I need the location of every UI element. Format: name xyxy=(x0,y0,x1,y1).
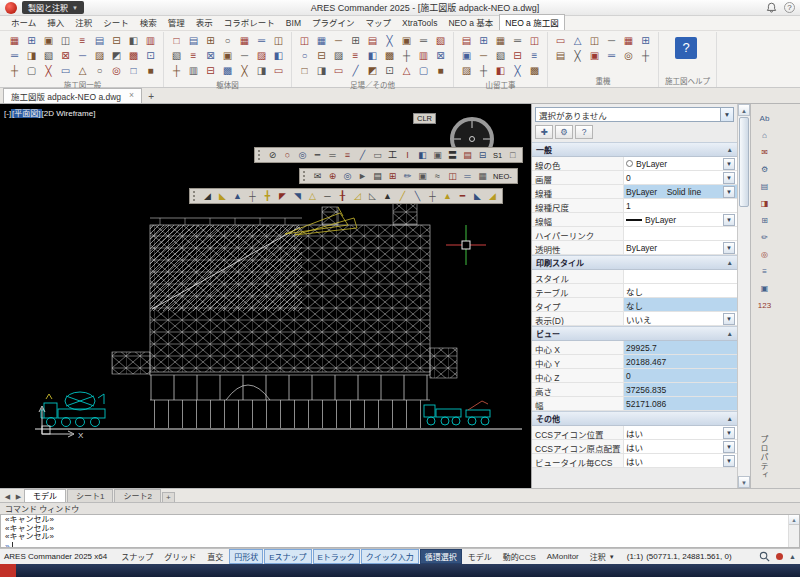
tab-annotate[interactable]: 注釈 xyxy=(70,15,97,30)
toolbar-icon[interactable]: ▭ xyxy=(370,148,385,162)
ribbon-icon[interactable]: ╳ xyxy=(40,63,57,78)
document-tab[interactable]: 施工図版 adpack-NEO a.dwg × xyxy=(3,88,142,103)
ribbon-icon[interactable]: ◫ xyxy=(526,33,543,48)
dropdown-arrow-icon[interactable]: ▼ xyxy=(723,427,735,439)
ribbon-icon[interactable]: ▩ xyxy=(526,63,543,78)
ribbon-icon[interactable]: ▦ xyxy=(236,33,253,48)
toggle-model[interactable]: モデル xyxy=(463,549,497,564)
ribbon-icon[interactable]: ○ xyxy=(219,33,236,48)
palette-icon[interactable]: ⊞ xyxy=(756,214,773,228)
view-height-value[interactable]: 37256.835 xyxy=(624,383,737,396)
toolbar-icon[interactable]: ⊘ xyxy=(265,148,280,162)
ribbon-icon[interactable]: ┼ xyxy=(475,63,492,78)
taskbar-app-icon[interactable] xyxy=(0,564,16,577)
ribbon-icon[interactable]: ▤ xyxy=(91,33,108,48)
print-type-value[interactable]: なし xyxy=(624,298,737,311)
center-x-value[interactable]: 29925.7 xyxy=(624,341,737,354)
ribbon-icon[interactable]: ⊞ xyxy=(347,33,364,48)
drag-handle[interactable] xyxy=(193,191,197,201)
palette-icon[interactable]: ◨ xyxy=(756,197,773,211)
toolbar-icon[interactable]: ✏ xyxy=(400,169,415,183)
toolbar-icon[interactable]: ▲ xyxy=(230,189,245,203)
drag-handle[interactable] xyxy=(258,150,262,160)
ribbon-icon[interactable]: ═ xyxy=(509,33,526,48)
toolbar-icon[interactable]: ╂ xyxy=(335,189,350,203)
ribbon-icon[interactable]: ⊞ xyxy=(202,33,219,48)
toolbar-icon[interactable]: ◧ xyxy=(415,148,430,162)
ribbon-icon[interactable]: ▤ xyxy=(458,33,475,48)
tab-nav-left-icon[interactable]: ◀ xyxy=(2,493,13,502)
toolbar-icon[interactable]: ≈ xyxy=(430,169,445,183)
tab-manage[interactable]: 管理 xyxy=(163,15,190,30)
toolbar-icon[interactable]: ▦ xyxy=(475,169,490,183)
ribbon-icon[interactable]: ≡ xyxy=(185,48,202,63)
toggle-esnap[interactable]: Eスナップ xyxy=(264,549,311,564)
toolbar-icon[interactable]: ◎ xyxy=(340,169,355,183)
toolbar-icon[interactable]: ─ xyxy=(320,189,335,203)
ribbon-icon[interactable]: ◫ xyxy=(586,33,603,48)
ribbon-icon[interactable]: ▭ xyxy=(270,63,287,78)
palette-icon[interactable]: ▤ xyxy=(756,180,773,194)
ribbon-icon[interactable]: ┼ xyxy=(398,48,415,63)
toolbar-icon[interactable]: ━ xyxy=(310,148,325,162)
ribbon-icon[interactable]: ┼ xyxy=(168,63,185,78)
toolbar-icon[interactable]: ○ xyxy=(280,148,295,162)
collapse-icon[interactable]: ▲ xyxy=(727,259,733,266)
toolbar-icon[interactable]: ═ xyxy=(325,148,340,162)
ribbon-icon[interactable]: ▩ xyxy=(125,48,142,63)
ribbon-icon[interactable]: ○ xyxy=(91,63,108,78)
ribbon-icon[interactable]: ╳ xyxy=(509,63,526,78)
ccs-icon-origin-value[interactable]: はい▼ xyxy=(624,440,737,453)
ribbon-icon[interactable]: ═ xyxy=(253,33,270,48)
toolbar-icon[interactable]: ▤ xyxy=(370,169,385,183)
ribbon-icon[interactable]: ◧ xyxy=(364,48,381,63)
ribbon-icon[interactable]: ▦ xyxy=(620,33,637,48)
linetype-scale-value[interactable]: 1 xyxy=(624,199,737,212)
viewport-label[interactable]: [-][平面図][2D Wireframe] xyxy=(4,107,95,118)
ribbon-icon[interactable]: ▦ xyxy=(6,33,23,48)
viewport-name[interactable]: [平面図] xyxy=(11,109,41,118)
ribbon-icon[interactable]: ▤ xyxy=(185,33,202,48)
toolbar-icon[interactable]: I xyxy=(400,148,415,162)
tab-plugins[interactable]: プラグイン xyxy=(307,15,360,30)
dropdown-arrow-icon[interactable]: ▼ xyxy=(723,441,735,453)
ribbon-icon[interactable]: ▧ xyxy=(492,48,509,63)
dropdown-arrow-icon[interactable]: ▼ xyxy=(723,242,735,254)
section-header-misc[interactable]: その他▲ xyxy=(532,411,737,426)
section-header-general[interactable]: 一般▲ xyxy=(532,142,737,157)
toggle-snap[interactable]: スナップ xyxy=(116,549,158,564)
toolbar-icon[interactable]: ◥ xyxy=(290,189,305,203)
ribbon-icon[interactable]: ▤ xyxy=(552,48,569,63)
ribbon-icon[interactable]: ⊠ xyxy=(202,48,219,63)
toggle-amonitor[interactable]: AMonitor xyxy=(542,550,584,563)
toolbar-icon[interactable]: ╱ xyxy=(395,189,410,203)
ribbon-icon[interactable]: ◨ xyxy=(253,63,270,78)
toggle-cycle-select[interactable]: 循環選択 xyxy=(420,549,462,564)
toggle-ortho[interactable]: 直交 xyxy=(202,549,228,564)
ribbon-icon[interactable]: ⊡ xyxy=(142,48,159,63)
scroll-up-icon[interactable]: ▲ xyxy=(789,515,799,525)
toolbar-icon[interactable]: ⊟ xyxy=(475,148,490,162)
toolbar-icon[interactable]: ┼ xyxy=(245,189,260,203)
floating-toolbar-1[interactable]: ⊘○◎━═≡╱▭工I◧▣〓▤⊟ S1 □ xyxy=(254,147,523,163)
ribbon-icon[interactable]: ╳ xyxy=(236,63,253,78)
ribbon-icon[interactable]: ─ xyxy=(330,33,347,48)
ribbon-icon[interactable]: ▭ xyxy=(57,63,74,78)
toolbar-icon[interactable]: ◢ xyxy=(485,189,500,203)
scroll-up-icon[interactable]: ▲ xyxy=(738,104,750,116)
ribbon-icon[interactable]: ╳ xyxy=(569,48,586,63)
annotation-scale-menu[interactable]: 注釈▼ xyxy=(585,549,620,564)
line-color-value[interactable]: ByLayer▼ xyxy=(624,157,737,170)
ribbon-icon[interactable]: □ xyxy=(168,33,185,48)
ribbon-icon[interactable]: ⊞ xyxy=(475,33,492,48)
tab-collaborate[interactable]: コラボレート xyxy=(219,15,280,30)
properties-tool-button[interactable]: ⚙ xyxy=(555,125,573,139)
toggle-polar[interactable]: 円形状 xyxy=(229,549,263,564)
ribbon-icon[interactable]: ⊟ xyxy=(509,48,526,63)
ribbon-icon[interactable]: ═ xyxy=(415,33,432,48)
ccs-icon-pos-value[interactable]: はい▼ xyxy=(624,426,737,439)
toolbar-icon[interactable]: ◫ xyxy=(445,169,460,183)
floating-toolbar-3[interactable]: ◢◣▲┼╋◤◥△─╂◿◺▲╱╲┼▲━◣◢ xyxy=(189,188,503,204)
drag-handle[interactable] xyxy=(303,171,307,181)
toolbar-icon[interactable]: ╱ xyxy=(355,148,370,162)
